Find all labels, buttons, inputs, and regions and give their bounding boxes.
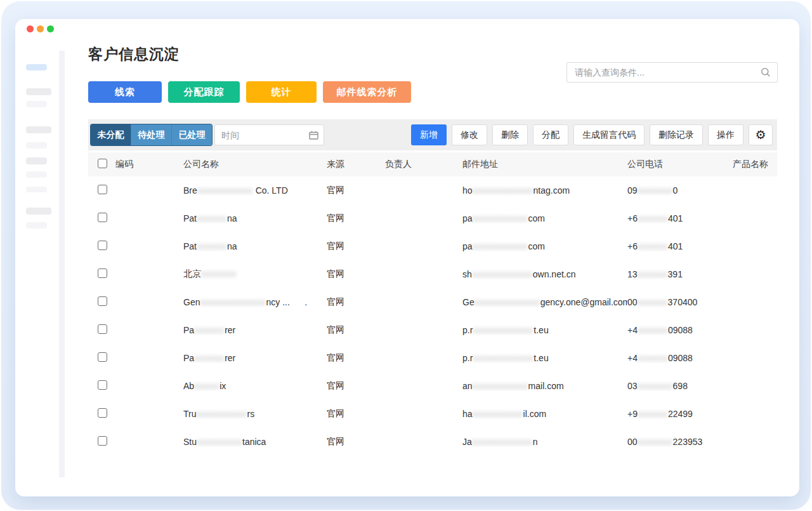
cell-email: paxxxxxxxxxxxcom [462,241,627,251]
search-icon[interactable] [761,67,771,77]
tab-unassigned[interactable]: 未分配 [91,124,131,145]
redacted-text: xxxxxxxxxxxx [472,269,533,279]
row-checkbox[interactable] [98,408,107,418]
cell-company: Brexxxxxxxxxxx Co. LTD [183,185,327,196]
filter-toolbar: 未分配 待处理 已处理 新增 修改 删除 分配 生成留言代码 删除记录 操作 ⚙ [88,119,777,150]
sidebar-skeleton-item [26,157,47,164]
table-row[interactable]: Patxxxxxxna 官网 paxxxxxxxxxxxcom +6xxxxxx… [88,204,777,232]
sidebar-skeleton-item [26,208,51,215]
cell-email: Gexxxxxxxxxxxxxgency.one@gmail.com [462,297,627,307]
zoom-window-button[interactable] [47,25,54,32]
redacted-text: xxxxxxxxxxxxx [200,297,266,307]
redacted-text: xxxxxx [638,325,668,335]
cell-company: Abxxxxxix [183,381,327,391]
sidebar-skeleton-item [26,171,47,178]
settings-button[interactable]: ⚙ [749,124,773,145]
generate-message-code-button[interactable]: 生成留言代码 [573,124,645,145]
redacted-text: xxxxxxx [201,269,237,279]
redacted-text: xxxxxx [638,297,668,307]
redacted-text: xxxxxxxxxxxx [473,185,534,196]
column-header-code: 编码 [115,159,183,170]
sidebar-skeleton-item [26,101,47,107]
row-checkbox[interactable] [98,185,107,194]
cell-phone: 09xxxxxxx0 [627,185,733,196]
cell-phone: 00xxxxxx370400 [627,297,733,307]
cell-source: 官网 [327,241,385,252]
cell-phone: 03xxxxxxx698 [627,381,733,391]
cell-phone: 00xxxxxxx223953 [627,437,733,447]
row-checkbox[interactable] [98,436,107,446]
status-tabs: 未分配 待处理 已处理 [90,124,213,146]
table-row[interactable]: 北京xxxxxxx 官网 shxxxxxxxxxxxxown.net.cn 13… [88,260,777,288]
table-row[interactable]: Paxxxxxxrer 官网 p.rxxxxxxxxxxxxt.eu +4xxx… [88,316,777,344]
search-box [566,62,778,83]
edit-button[interactable]: 修改 [452,124,487,145]
assign-track-button[interactable]: 分配跟踪 [168,81,240,103]
table-row[interactable]: Paxxxxxxrer 官网 p.rxxxxxxxxxxxxt.eu +4xxx… [88,344,777,372]
page-background: 客户信息沉淀 线索 分配跟踪 统计 邮件线索分析 未分配 待处理 已处理 [1,1,811,510]
tab-processed[interactable]: 已处理 [171,124,212,145]
select-all-checkbox[interactable] [98,159,107,168]
row-checkbox[interactable] [98,324,107,334]
redacted-text: xxxxxxxxxxxx [472,437,533,447]
column-header-company: 公司名称 [183,159,327,170]
cell-email: hoxxxxxxxxxxxxntag.com [462,185,627,196]
row-checkbox[interactable] [98,380,107,390]
redacted-text: xxxxxx [197,241,227,251]
sidebar-skeleton-item [26,142,47,149]
redacted-text: xxxxxx [194,353,225,363]
action-buttons: 线索 分配跟踪 统计 邮件线索分析 [88,81,411,103]
assign-button[interactable]: 分配 [533,124,568,145]
sidebar-skeleton-item-active [26,64,47,70]
search-input[interactable] [567,67,761,77]
row-checkbox[interactable] [98,296,107,306]
row-checkbox[interactable] [98,213,107,222]
table-row[interactable]: Truxxxxxxxxxxrs 官网 haxxxxxxxxxxil.com +9… [88,400,777,428]
calendar-icon[interactable] [309,131,318,140]
redacted-text: xxxxxxx [638,381,673,391]
gear-icon: ⚙ [755,128,766,142]
cell-company: Patxxxxxxna [183,213,327,223]
tab-pending[interactable]: 待处理 [131,124,171,145]
column-header-owner: 负责人 [385,159,462,170]
close-window-button[interactable] [27,25,34,32]
delete-record-button[interactable]: 删除记录 [650,124,703,145]
date-input[interactable] [215,130,309,140]
cell-email: paxxxxxxxxxxxcom [462,213,627,223]
table-row[interactable]: Genxxxxxxxxxxxxxncy ... . 官网 Gexxxxxxxxx… [88,288,777,316]
sidebar-skeleton-item [26,88,51,95]
table-row[interactable]: Patxxxxxxna 官网 paxxxxxxxxxxxcom +6xxxxxx… [88,232,777,260]
sidebar-skeleton-item [26,187,47,192]
redacted-text: xxxxxxxxxxx [473,241,528,251]
sidebar-divider [59,51,65,477]
cell-phone: +6xxxxxx401 [627,241,733,251]
row-checkbox[interactable] [98,241,107,250]
redacted-text: xxxxxxxxxxx [473,381,528,391]
redacted-text: xxxxxx [638,409,668,419]
statistics-button[interactable]: 统计 [246,81,317,103]
row-checkbox[interactable] [98,269,107,278]
column-header-product: 产品名称 [733,159,777,170]
redacted-text: xxxxx [194,381,219,391]
delete-button[interactable]: 删除 [492,124,528,145]
operate-button[interactable]: 操作 [708,124,743,145]
table-row[interactable]: Stuxxxxxxxxxtanica 官网 Jaxxxxxxxxxxxxn 00… [88,428,777,456]
cell-company: Paxxxxxxrer [183,325,327,335]
cell-source: 官网 [327,213,385,224]
add-button[interactable]: 新增 [411,124,447,145]
redacted-text: xxxxxxxxx [197,437,242,447]
mail-clue-analysis-button[interactable]: 邮件线索分析 [323,81,411,103]
redacted-text: xxxxxxxxxxxx [473,353,534,363]
table-body: Brexxxxxxxxxxx Co. LTD 官网 hoxxxxxxxxxxxx… [88,176,777,456]
sidebar-skeleton-item [26,126,51,133]
cell-phone: +9xxxxxx22499 [627,409,733,419]
clues-button[interactable]: 线索 [88,81,162,103]
redacted-text: xxxxxx [638,241,668,251]
row-checkbox[interactable] [98,352,107,362]
table-row[interactable]: Abxxxxxix 官网 anxxxxxxxxxxxmail.com 03xxx… [88,372,777,400]
minimize-window-button[interactable] [37,25,44,32]
sidebar-skeleton-item [26,222,47,229]
table-row[interactable]: Brexxxxxxxxxxx Co. LTD 官网 hoxxxxxxxxxxxx… [88,176,777,204]
cell-phone: +4xxxxxx09088 [627,325,733,335]
cell-company: Genxxxxxxxxxxxxxncy ... . [183,297,327,307]
